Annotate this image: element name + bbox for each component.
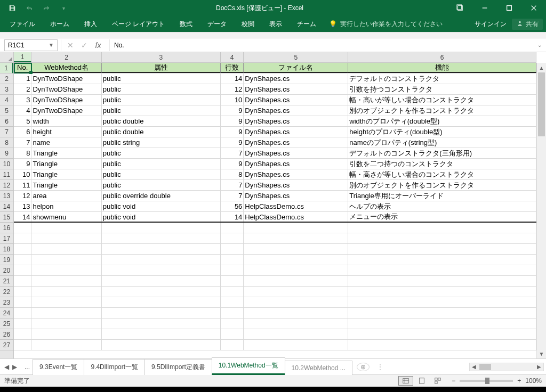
tab-formula[interactable]: 数式 <box>173 17 199 32</box>
row-header[interactable]: 16 <box>0 223 13 233</box>
col-header[interactable]: 3 <box>102 52 221 62</box>
cell[interactable]: DynShapes.cs <box>244 127 348 137</box>
tab-home[interactable]: ホーム <box>44 17 76 32</box>
cell[interactable] <box>14 287 31 297</box>
cell[interactable]: 9 <box>14 159 31 169</box>
sheet-tab[interactable]: 10.1WebMethod一覧 <box>212 357 285 375</box>
col-header[interactable]: 1 <box>14 52 31 62</box>
cell[interactable]: DynShapes.cs <box>244 169 348 179</box>
cell[interactable]: HelpClassDemo.cs <box>244 201 348 211</box>
cell[interactable] <box>244 287 348 297</box>
share-button[interactable]: 共有 <box>512 19 543 30</box>
cell[interactable]: DynShapes.cs <box>244 74 348 84</box>
cell[interactable]: DynShapes.cs <box>244 191 348 201</box>
cell[interactable]: public <box>102 84 221 94</box>
cell[interactable] <box>348 233 536 243</box>
undo-button[interactable] <box>21 0 37 16</box>
cell[interactable]: DynShapes.cs <box>244 180 348 190</box>
cell[interactable] <box>14 233 31 243</box>
view-normal-button[interactable] <box>398 376 413 386</box>
col-header[interactable]: 5 <box>244 52 348 62</box>
row-header[interactable]: 27 <box>0 340 13 350</box>
cell[interactable]: デフォルトのコンストラクタ <box>348 74 536 84</box>
cell[interactable]: width <box>31 116 101 126</box>
enter-formula-button[interactable]: ✓ <box>78 39 90 51</box>
cell[interactable] <box>244 223 348 233</box>
cell[interactable]: 9 <box>221 105 244 116</box>
cell[interactable] <box>31 308 101 318</box>
name-box[interactable]: ▼ <box>4 39 58 51</box>
sheet-tab[interactable]: 9.3Event一覧 <box>33 359 84 375</box>
tab-view[interactable]: 表示 <box>263 17 288 32</box>
signin-link[interactable]: サインイン <box>475 20 507 29</box>
row-header[interactable]: 17 <box>0 233 13 244</box>
cell[interactable]: public void <box>102 212 221 222</box>
cell[interactable] <box>244 255 348 265</box>
formula-expand-button[interactable]: ⌄ <box>533 42 546 48</box>
cell[interactable]: public double <box>102 127 221 137</box>
name-box-input[interactable] <box>8 42 40 49</box>
row-header[interactable]: 12 <box>0 180 13 191</box>
cell[interactable]: Triangle専用にオーバーライド <box>348 191 536 201</box>
cell[interactable]: area <box>31 191 101 201</box>
cell[interactable] <box>14 276 31 286</box>
cell[interactable]: nameのプロパティ(string型) <box>348 137 536 148</box>
cell[interactable]: DynTwoDShape <box>31 105 101 116</box>
row-header[interactable]: 13 <box>0 191 13 201</box>
scroll-down-button[interactable]: ▼ <box>537 349 546 358</box>
cell[interactable] <box>31 329 101 339</box>
col-header[interactable]: 6 <box>348 52 536 62</box>
cell[interactable]: public <box>102 105 221 116</box>
cell[interactable]: public override double <box>102 191 221 201</box>
cell[interactable]: 12 <box>221 84 244 94</box>
cell[interactable] <box>102 318 221 329</box>
cell[interactable] <box>14 297 31 307</box>
cell[interactable]: 幅・高さが等しい場合のコンストラクタ <box>348 169 536 179</box>
cell[interactable]: DynTwoDShape <box>31 84 101 94</box>
cell[interactable]: 56 <box>221 201 244 211</box>
cell[interactable]: 5 <box>14 116 31 126</box>
row-header[interactable]: 24 <box>0 308 13 318</box>
cell[interactable]: DynTwoDShape <box>31 74 101 84</box>
scroll-up-button[interactable]: ▲ <box>537 63 546 72</box>
cell[interactable] <box>31 255 101 265</box>
cell[interactable]: WebMethod名 <box>31 63 101 73</box>
ribbon-options-button[interactable] <box>448 0 472 16</box>
cell[interactable]: helpon <box>31 201 101 211</box>
cell[interactable] <box>221 265 244 275</box>
add-sheet-button[interactable]: ⊕ <box>357 363 370 371</box>
cell[interactable] <box>221 233 244 243</box>
row-header[interactable]: 18 <box>0 244 13 255</box>
tab-review[interactable]: 校閲 <box>235 17 261 32</box>
cell[interactable]: public void <box>102 201 221 211</box>
cell[interactable] <box>102 297 221 307</box>
formula-input[interactable] <box>114 42 529 49</box>
cell[interactable] <box>244 329 348 339</box>
cell[interactable] <box>221 276 244 286</box>
scroll-right-button[interactable]: ▶ <box>535 364 543 370</box>
cell[interactable]: 機能 <box>348 63 536 73</box>
fx-button[interactable]: fx <box>92 39 104 51</box>
zoom-slider-knob[interactable] <box>485 378 489 384</box>
cell[interactable] <box>102 265 221 275</box>
row-header[interactable]: 6 <box>0 116 13 127</box>
spreadsheet-grid[interactable]: 1 2 3 4 5 6 1234567891011121314151617181… <box>0 52 546 358</box>
maximize-button[interactable] <box>497 0 521 16</box>
cell[interactable]: 10 <box>221 95 244 105</box>
cell[interactable] <box>102 255 221 265</box>
row-header[interactable]: 25 <box>0 318 13 329</box>
cell[interactable]: 9 <box>221 116 244 126</box>
cell[interactable]: 8 <box>221 169 244 179</box>
cell[interactable]: DynShapes.cs <box>244 95 348 105</box>
row-header[interactable]: 23 <box>0 297 13 308</box>
cell[interactable] <box>31 318 101 329</box>
minimize-button[interactable] <box>472 0 497 16</box>
name-box-dropdown[interactable]: ▼ <box>49 42 54 48</box>
hscroll-thumb[interactable] <box>479 364 491 370</box>
cell[interactable]: 14 <box>221 74 244 84</box>
cell[interactable]: height <box>31 127 101 137</box>
cell[interactable] <box>348 318 536 329</box>
cell[interactable]: ファイル名 <box>244 63 348 73</box>
cell[interactable] <box>244 297 348 307</box>
zoom-slider[interactable] <box>460 380 513 382</box>
